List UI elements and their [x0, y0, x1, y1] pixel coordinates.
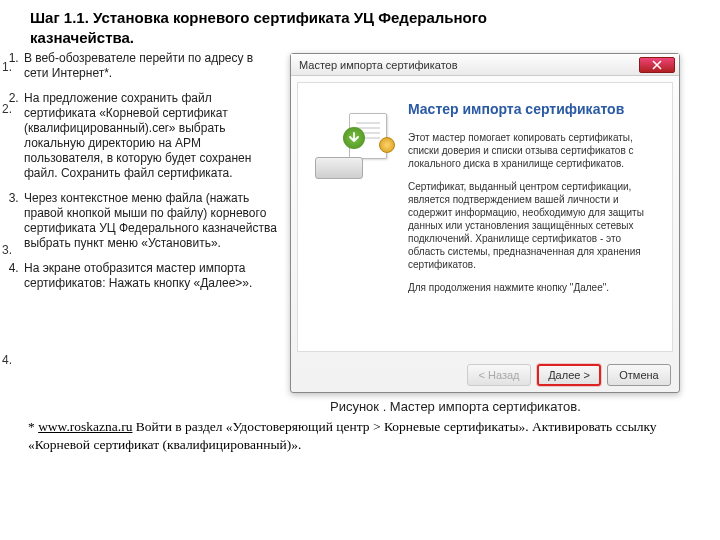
close-icon [652, 56, 662, 74]
cancel-button[interactable]: Отмена [607, 364, 671, 386]
step-item: Через контекстное меню файла (нажать пра… [22, 191, 280, 251]
footnote-prefix: * [28, 419, 38, 434]
step-item: На экране отобразится мастер импорта сер… [22, 261, 280, 291]
back-button[interactable]: < Назад [467, 364, 531, 386]
wizard-window: Мастер импорта сертификатов [290, 53, 680, 393]
step-number: 2. [2, 102, 12, 117]
close-button[interactable] [639, 57, 675, 73]
titlebar: Мастер импорта сертификатов [291, 54, 679, 76]
footnote: * www.roskazna.ru Войти в раздел «Удосто… [0, 414, 720, 454]
wizard-heading: Мастер импорта сертификатов [408, 101, 660, 117]
step-number: 3. [2, 243, 12, 258]
step-item: На предложение сохранить файл сертификат… [22, 91, 280, 181]
footnote-link[interactable]: www.roskazna.ru [38, 419, 132, 434]
wizard-paragraph: Для продолжения нажмите кнопку "Далее". [408, 281, 660, 294]
next-button[interactable]: Далее > [537, 364, 601, 386]
window-title: Мастер импорта сертификатов [299, 59, 458, 71]
step-number: 1. [2, 60, 12, 75]
wizard-paragraph: Сертификат, выданный центром сертификаци… [408, 180, 660, 271]
certificate-import-icon [313, 113, 393, 183]
wizard-paragraph: Этот мастер помогает копировать сертифик… [408, 131, 660, 170]
page-title: Шаг 1.1. Установка корневого сертификата… [0, 0, 560, 51]
instruction-list: 1. 2. 3. 4. В веб-обозревателе перейти п… [0, 51, 290, 301]
step-item: В веб-обозревателе перейти по адресу в с… [22, 51, 280, 81]
step-number: 4. [2, 353, 12, 368]
figure-caption: Рисунок . Мастер импорта сертификатов. [330, 399, 690, 414]
